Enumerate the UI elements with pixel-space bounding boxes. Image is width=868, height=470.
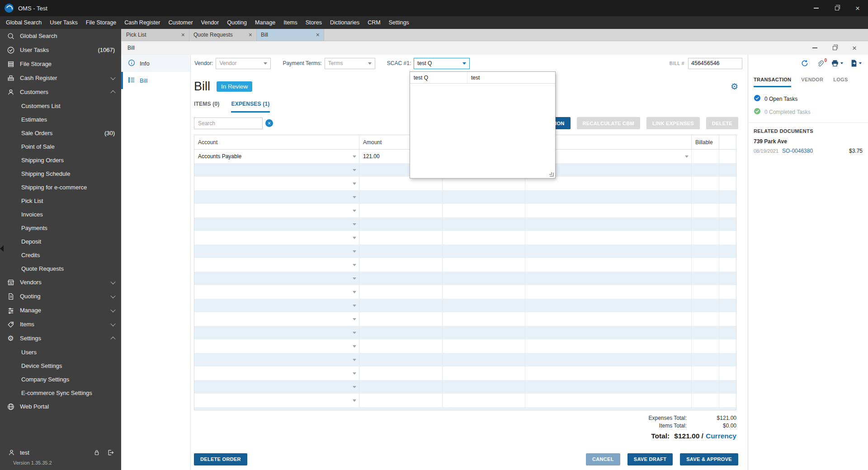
save-draft-button[interactable]: SAVE DRAFT xyxy=(627,453,673,465)
recalculate-cbm-button[interactable]: RECALCULATE CBM xyxy=(577,117,640,129)
minimize-button[interactable] xyxy=(806,0,826,16)
attachment-icon[interactable]: 0 xyxy=(816,60,824,67)
sidebar-item-customers-list[interactable]: Customers List xyxy=(0,99,121,113)
search-input[interactable] xyxy=(194,118,263,129)
sidebar-item-credits[interactable]: Credits xyxy=(0,248,121,262)
menu-file-storage[interactable]: File Storage xyxy=(82,19,120,26)
scac-select[interactable]: test Q xyxy=(414,58,470,69)
logout-icon[interactable] xyxy=(106,448,115,457)
sidebar-item-file-storage[interactable]: File Storage xyxy=(0,57,121,71)
sidebar-item-settings[interactable]: ⚙ Settings xyxy=(0,331,121,345)
tab-expenses[interactable]: EXPENSES (1) xyxy=(231,101,269,113)
sidebar-item-web-portal[interactable]: Web Portal xyxy=(0,400,121,414)
expense-empty-row[interactable] xyxy=(194,407,736,410)
account-cell[interactable] xyxy=(194,285,359,299)
account-cell[interactable] xyxy=(194,407,359,410)
sidebar-item-manage[interactable]: Manage xyxy=(0,303,121,317)
cancel-button[interactable]: CANCEL xyxy=(586,453,620,465)
close-button[interactable]: × xyxy=(847,0,868,16)
link-expenses-button[interactable]: LINK EXPENSES xyxy=(646,117,700,129)
bill-number-input[interactable] xyxy=(688,58,742,69)
minimize-button[interactable] xyxy=(805,41,825,55)
resize-grip-icon[interactable] xyxy=(550,173,554,177)
sidebar-item-global-search[interactable]: Global Search xyxy=(0,29,121,43)
account-cell[interactable] xyxy=(194,244,359,258)
expense-empty-row[interactable] xyxy=(194,339,736,353)
expense-empty-row[interactable] xyxy=(194,312,736,326)
sidebar-item-quote-requests[interactable]: Quote Requests xyxy=(0,262,121,275)
expense-empty-row[interactable] xyxy=(194,244,736,258)
account-cell[interactable] xyxy=(194,353,359,367)
restore-button[interactable] xyxy=(826,0,847,16)
sidebar-item-invoices[interactable]: Invoices xyxy=(0,207,121,221)
sidebar-item-vendors[interactable]: Vendors xyxy=(0,275,121,289)
print-icon[interactable] xyxy=(831,59,843,67)
account-cell[interactable] xyxy=(194,190,359,204)
tab-close-icon[interactable]: × xyxy=(316,32,320,38)
tab-close-icon[interactable]: × xyxy=(181,32,185,38)
sidebar-item-items[interactable]: Items xyxy=(0,317,121,331)
account-cell[interactable] xyxy=(194,258,359,272)
menu-user-tasks[interactable]: User Tasks xyxy=(46,19,82,26)
expense-empty-row[interactable] xyxy=(194,217,736,231)
sidebar-collapse-icon[interactable] xyxy=(0,245,4,252)
expense-empty-row[interactable] xyxy=(194,177,736,190)
sidebar-item-user-tasks[interactable]: User Tasks (1067) xyxy=(0,43,121,57)
account-cell[interactable] xyxy=(194,231,359,244)
payment-terms-select[interactable]: Terms xyxy=(325,58,375,69)
vendor-select[interactable]: Vendor xyxy=(216,58,271,69)
related-document-link[interactable]: SO-0046380 xyxy=(782,148,813,154)
sidebar-item-quoting[interactable]: Quoting xyxy=(0,289,121,303)
expense-empty-row[interactable] xyxy=(194,258,736,272)
menu-cash-register[interactable]: Cash Register xyxy=(120,19,164,26)
account-cell[interactable] xyxy=(194,177,359,190)
export-document-icon[interactable] xyxy=(850,59,862,67)
menu-dictionaries[interactable]: Dictionaries xyxy=(326,19,363,26)
sidebar-item-payments[interactable]: Payments xyxy=(0,221,121,235)
account-cell[interactable] xyxy=(194,272,359,285)
menu-vendor[interactable]: Vendor xyxy=(197,19,223,26)
tab-pick-list[interactable]: Pick List × xyxy=(122,29,189,41)
account-cell[interactable] xyxy=(194,326,359,339)
sidebar-item-pick-list[interactable]: Pick List xyxy=(0,194,121,207)
menu-items[interactable]: Items xyxy=(279,19,302,26)
sidebar-item-company-settings[interactable]: Company Settings xyxy=(0,372,121,386)
account-cell[interactable]: Accounts Payable xyxy=(194,150,359,163)
sidebar-item-customers[interactable]: Customers xyxy=(0,85,121,99)
menu-crm[interactable]: CRM xyxy=(363,19,384,26)
refresh-icon[interactable] xyxy=(801,59,809,67)
scac-option-row[interactable]: test Q test xyxy=(410,72,555,84)
tab-items[interactable]: ITEMS (0) xyxy=(194,101,219,113)
expense-empty-row[interactable] xyxy=(194,353,736,367)
account-cell[interactable] xyxy=(194,299,359,312)
close-button[interactable]: × xyxy=(844,41,864,55)
account-cell[interactable] xyxy=(194,217,359,231)
tab-quote-requests[interactable]: Quote Requests × xyxy=(189,29,257,41)
sidebar-item-point-of-sale[interactable]: Point of Sale xyxy=(0,140,121,153)
restore-button[interactable] xyxy=(825,41,844,55)
nav-item-info[interactable]: Info xyxy=(121,55,190,72)
menu-settings[interactable]: Settings xyxy=(385,19,413,26)
sidebar-item-ecommerce-sync-settings[interactable]: E-commerce Sync Settings xyxy=(0,386,121,400)
expense-empty-row[interactable] xyxy=(194,299,736,312)
account-cell[interactable] xyxy=(194,163,359,177)
tab-logs[interactable]: LOGS xyxy=(833,77,848,87)
sidebar-item-cash-register[interactable]: Cash Register xyxy=(0,71,121,85)
sidebar-item-shipping-ecommerce[interactable]: Shipping for e-commerce xyxy=(0,180,121,194)
account-cell[interactable] xyxy=(194,367,359,380)
billable-cell[interactable] xyxy=(692,150,719,163)
tab-bill[interactable]: Bill × xyxy=(257,29,324,41)
expense-empty-row[interactable] xyxy=(194,367,736,380)
currency-link[interactable]: Currency xyxy=(706,432,736,440)
tab-transaction[interactable]: TRANSACTION xyxy=(754,77,791,87)
menu-customer[interactable]: Customer xyxy=(164,19,197,26)
expense-empty-row[interactable] xyxy=(194,380,736,394)
tab-close-icon[interactable]: × xyxy=(249,32,252,38)
account-cell[interactable] xyxy=(194,312,359,326)
sidebar-item-shipping-schedule[interactable]: Shipping Schedule xyxy=(0,167,121,180)
expense-empty-row[interactable] xyxy=(194,285,736,299)
sidebar-item-sale-orders[interactable]: Sale Orders (30) xyxy=(0,126,121,140)
expense-empty-row[interactable] xyxy=(194,231,736,244)
nav-item-bill[interactable]: Bill xyxy=(121,72,190,89)
sidebar-item-users[interactable]: Users xyxy=(0,345,121,359)
